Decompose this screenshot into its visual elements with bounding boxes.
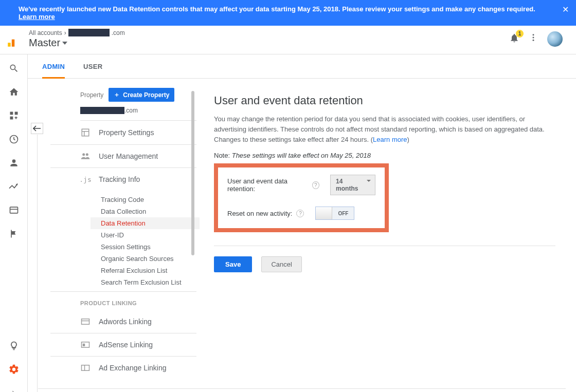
sub-data-retention[interactable]: Data Retention [91,217,200,229]
app-header: All accounts › .com Master 1 [0,26,576,54]
toggle-state: OFF [332,207,354,219]
admin-button[interactable] [8,364,20,375]
tab-user[interactable]: USER [83,54,102,78]
property-domain-suffix: .com [124,107,138,114]
behavior-icon [9,205,19,215]
toggle-thumb [316,207,332,219]
retention-select[interactable]: 14 months [330,175,375,195]
page-footer: © 2018 Google | Analytics Home | Terms o… [38,388,566,392]
svg-rect-20 [82,365,89,371]
sub-search-term-exclusion[interactable]: Search Term Exclusion List [101,276,196,288]
sub-data-collection[interactable]: Data Collection [101,206,196,217]
tab-admin[interactable]: ADMIN [42,54,65,79]
dashboard-icon [9,110,19,121]
gear-icon [8,364,20,375]
breadcrumb[interactable]: All accounts › .com Master [29,29,125,49]
adsense-icon [80,341,91,348]
learn-more-link[interactable]: Learn more [373,136,407,143]
page-description: You may change the retention period for … [214,114,555,145]
acquisition-button[interactable] [8,181,20,192]
svg-rect-0 [8,43,10,47]
behavior-button[interactable] [8,204,20,216]
conversions-button[interactable] [8,228,20,239]
page-title: User and event data retention [214,94,555,107]
sub-user-id[interactable]: User-ID [101,229,196,241]
svg-rect-16 [82,319,89,325]
svg-point-15 [86,153,88,156]
retention-value: 14 months [336,178,358,192]
sub-referral-exclusion[interactable]: Referral Exclusion List [101,265,196,276]
nav-tracking-info[interactable]: .js Tracking Info [50,168,196,191]
back-button[interactable] [31,123,43,134]
realtime-button[interactable] [8,134,20,145]
property-column: Property ＋ Create Property .com Property… [28,86,196,379]
svg-point-3 [533,37,534,39]
expand-rail-button[interactable] [8,387,20,392]
sub-tracking-code[interactable]: Tracking Code [101,194,196,206]
create-property-label: Create Property [123,91,169,99]
view-name: Master [29,37,60,49]
avatar[interactable] [547,31,563,47]
home-button[interactable] [8,86,20,98]
nav-adwords-linking[interactable]: Adwords Linking [50,310,196,333]
banner-learn-more-link[interactable]: Learn more [19,13,55,21]
tree-line [37,135,38,392]
retention-label: User and event data retention: [227,177,308,193]
acquisition-icon [8,182,20,191]
sub-organic-search[interactable]: Organic Search Sources [101,253,196,265]
caret-down-icon [62,42,67,45]
search-button[interactable] [8,63,20,74]
property-label: Property [80,91,103,99]
help-icon[interactable]: ? [312,181,319,189]
lightbulb-icon [9,341,19,351]
back-arrow-icon [33,125,41,132]
nav-property-settings[interactable]: Property Settings [50,121,196,145]
flag-icon [9,229,19,239]
svg-rect-1 [12,39,14,46]
more-menu-button[interactable] [529,33,538,45]
svg-rect-11 [82,129,89,136]
effective-date-note: Note: These settings will take effect on… [214,152,555,159]
product-linking-header: PRODUCT LINKING [50,292,196,310]
redacted-property-name [80,107,124,114]
property-selector[interactable]: .com [50,106,196,118]
nav-adexchange-linking[interactable]: Ad Exchange Linking [50,357,196,379]
svg-rect-5 [10,112,13,115]
tracking-sublist: Tracking Code Data Collection Data Reten… [50,191,196,292]
notification-count: 1 [516,30,524,38]
clock-icon [9,134,19,144]
chevron-right-icon [10,389,18,392]
discover-button[interactable] [8,340,20,351]
home-icon [9,87,19,97]
reset-toggle[interactable]: OFF [315,207,354,220]
svg-point-2 [533,34,534,35]
customization-button[interactable] [8,110,20,121]
vertical-dots-icon [529,33,538,42]
svg-point-4 [533,40,534,41]
people-icon [80,152,91,160]
analytics-logo-icon [6,35,20,48]
nav-adsense-linking[interactable]: AdSense Linking [50,333,196,357]
notifications-button[interactable]: 1 [509,33,519,45]
scrollbar[interactable] [191,91,194,255]
close-icon[interactable]: ✕ [562,5,569,14]
redacted-account-name [68,29,110,36]
save-button[interactable]: Save [214,256,252,272]
plus-icon: ＋ [114,90,120,99]
help-icon[interactable]: ? [296,210,304,217]
svg-rect-19 [83,344,85,346]
cancel-button[interactable]: Cancel [261,256,301,272]
breadcrumb-suffix: .com [112,29,125,36]
adexchange-icon [80,364,91,371]
nav-user-management[interactable]: User Management [50,145,196,168]
left-nav-rail [0,54,28,392]
svg-rect-9 [10,207,17,213]
content-column: User and event data retention You may ch… [196,86,576,379]
svg-point-14 [82,153,85,156]
create-property-button[interactable]: ＋ Create Property [109,88,174,102]
sub-session-settings[interactable]: Session Settings [101,241,196,253]
audience-button[interactable] [8,157,20,169]
layout-icon [80,128,91,137]
js-icon: .js [80,176,91,183]
settings-highlight: User and event data retention: ? 14 mont… [214,163,389,232]
